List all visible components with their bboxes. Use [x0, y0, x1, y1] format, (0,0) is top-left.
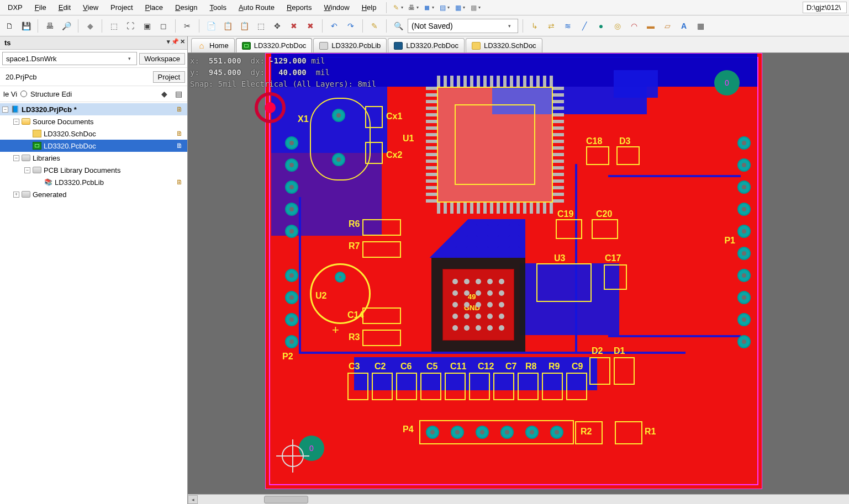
- menu-tools[interactable]: Tools: [204, 1, 232, 14]
- file-path-field[interactable]: D:\gjz\012\: [803, 2, 847, 13]
- collapse-icon[interactable]: −: [13, 155, 19, 161]
- test-point[interactable]: 0: [714, 70, 740, 96]
- zoom-area-icon[interactable]: ⬚: [107, 19, 121, 33]
- component-smd[interactable]: [542, 373, 563, 400]
- component-smd[interactable]: [469, 373, 490, 400]
- dropdown-arrow-icon[interactable]: ▾: [432, 5, 434, 10]
- component-u3[interactable]: [536, 263, 592, 302]
- panel-close-icon[interactable]: ✕: [180, 38, 185, 45]
- printer-icon[interactable]: 🖶: [407, 3, 416, 13]
- menu-project[interactable]: Project: [105, 1, 138, 14]
- tab-schdoc[interactable]: LD3320.SchDoc: [466, 38, 542, 52]
- component-c20[interactable]: [592, 219, 618, 239]
- route-diff-icon[interactable]: ⇄: [544, 19, 558, 33]
- menu-view[interactable]: View: [77, 1, 104, 14]
- place-arc-icon[interactable]: ◠: [627, 19, 641, 33]
- menu-help[interactable]: Help: [356, 1, 382, 14]
- header-pad[interactable]: [737, 247, 751, 260]
- component-x1[interactable]: [310, 98, 371, 181]
- new-icon[interactable]: 🗋: [2, 19, 17, 33]
- header-pad[interactable]: [737, 291, 751, 304]
- undo-icon[interactable]: ↶: [327, 19, 341, 33]
- scroll-thumb[interactable]: [264, 496, 308, 503]
- menu-window[interactable]: Window: [318, 1, 355, 14]
- place-pad-icon[interactable]: ●: [594, 19, 608, 33]
- component-c17[interactable]: [604, 264, 627, 290]
- place-poly-icon[interactable]: ▱: [660, 19, 674, 33]
- tree-schdoc[interactable]: LD3320.SchDoc 🗎: [0, 128, 187, 140]
- tree-root[interactable]: − 📘 LD3320.PrjPcb * 🗎: [0, 103, 187, 115]
- panel-pin-icon[interactable]: 📌: [171, 38, 179, 45]
- layers-icon[interactable]: ▤: [437, 3, 447, 13]
- component-p4[interactable]: [419, 420, 574, 444]
- header-pad[interactable]: [737, 181, 751, 194]
- preview-icon[interactable]: 🔎: [59, 19, 73, 33]
- zoom-selected-icon[interactable]: ◻: [156, 19, 171, 33]
- pcb-board[interactable]: 0 0 X1 Cx1 Cx2 U1: [265, 53, 762, 489]
- header-pad[interactable]: [285, 136, 298, 150]
- component-c14[interactable]: [362, 307, 401, 324]
- project-tree[interactable]: − 📘 LD3320.PrjPcb * 🗎 − Source Documents…: [0, 102, 187, 504]
- paste-special-icon[interactable]: 📋: [237, 19, 251, 33]
- header-pad[interactable]: [737, 225, 751, 238]
- header-pad[interactable]: [285, 335, 298, 348]
- component-r3[interactable]: [362, 330, 401, 346]
- component-c19[interactable]: [556, 219, 582, 239]
- horizontal-scrollbar[interactable]: ◂: [188, 494, 849, 504]
- place-component-icon[interactable]: ▦: [693, 19, 708, 33]
- board-icon[interactable]: ▦: [453, 3, 463, 13]
- clear-icon[interactable]: ✖: [303, 19, 318, 33]
- collapse-icon[interactable]: −: [13, 119, 19, 125]
- pencil-icon[interactable]: ✎: [391, 3, 401, 13]
- component-r1[interactable]: [615, 421, 642, 444]
- tab-pcblib[interactable]: LD3320.PcbLib: [313, 38, 387, 52]
- tab-pcbdoc[interactable]: LD3320.PcbDoc: [236, 38, 313, 52]
- component-smd[interactable]: [372, 373, 393, 400]
- dropdown-arrow-icon[interactable]: ▾: [401, 5, 403, 10]
- redo-icon[interactable]: ↷: [344, 19, 358, 33]
- component-smd[interactable]: [518, 373, 539, 400]
- tree-pcblib-folder[interactable]: − PCB Library Documents: [0, 164, 187, 176]
- component-cx1[interactable]: [365, 106, 383, 128]
- component-smd[interactable]: [396, 373, 417, 400]
- tree-pcbdoc[interactable]: LD3320.PcbDoc 🗎: [0, 140, 187, 152]
- place-fill-icon[interactable]: ▬: [644, 19, 658, 33]
- collapse-icon[interactable]: −: [24, 167, 30, 173]
- component-smd[interactable]: [445, 373, 466, 400]
- panel-menu-arrow-icon[interactable]: ▾: [167, 38, 170, 45]
- browse-icon[interactable]: 🔍: [391, 19, 405, 33]
- workspace-button[interactable]: Workspace: [139, 53, 185, 65]
- zoom-fit-icon[interactable]: ⛶: [123, 19, 138, 33]
- zoom-component-icon[interactable]: ▣: [140, 19, 154, 33]
- copy-icon[interactable]: 📄: [204, 19, 218, 33]
- cut-icon[interactable]: ✂: [180, 19, 194, 33]
- save-icon[interactable]: 💾: [19, 19, 33, 33]
- annotate-icon[interactable]: ✎: [367, 19, 382, 33]
- header-pad[interactable]: [285, 203, 298, 216]
- structure-options-icon[interactable]: ▤: [173, 88, 184, 99]
- component-d1[interactable]: [614, 357, 635, 385]
- menu-place[interactable]: Place: [140, 1, 169, 14]
- menu-dxp[interactable]: DXP: [2, 1, 28, 14]
- paste-icon[interactable]: 📋: [220, 19, 235, 33]
- view-radio-a[interactable]: [20, 91, 27, 97]
- menu-autoroute[interactable]: Auto Route: [233, 1, 280, 14]
- route-multi-icon[interactable]: ≋: [561, 19, 575, 33]
- print-icon[interactable]: 🖶: [43, 19, 57, 33]
- grid-icon[interactable]: ▩: [468, 3, 478, 13]
- filter-combo[interactable]: (Not Saved) ▾: [408, 19, 518, 33]
- dropdown-arrow-icon[interactable]: ▾: [478, 5, 481, 10]
- header-pad[interactable]: [285, 291, 298, 304]
- project-button[interactable]: Project: [153, 71, 185, 83]
- route-icon[interactable]: ↳: [528, 19, 542, 33]
- component-smd[interactable]: [493, 373, 514, 400]
- header-pad[interactable]: [737, 136, 751, 150]
- menu-file[interactable]: File: [29, 1, 52, 14]
- workspace-combo[interactable]: space1.DsnWrk ▾: [2, 52, 137, 65]
- scroll-left-icon[interactable]: ◂: [188, 495, 198, 504]
- component-cx2[interactable]: [365, 142, 383, 164]
- header-pad[interactable]: [285, 181, 298, 194]
- header-pad[interactable]: [285, 269, 298, 282]
- header-pad[interactable]: [737, 269, 751, 282]
- structure-layers-icon[interactable]: ◆: [159, 88, 170, 99]
